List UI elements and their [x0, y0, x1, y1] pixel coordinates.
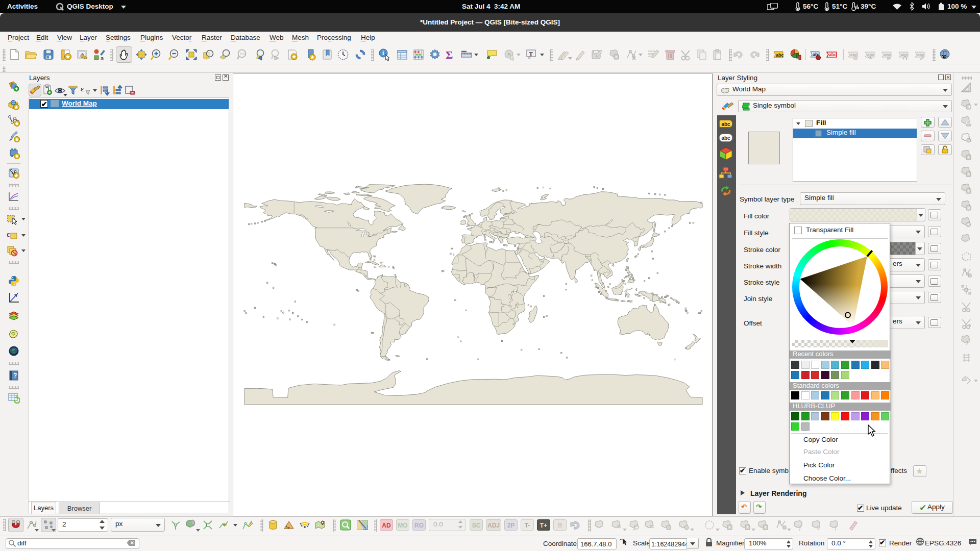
svg-text:1:1: 1:1	[240, 52, 245, 56]
svg-text:ε: ε	[7, 230, 10, 238]
svg-text:abc: abc	[776, 53, 784, 58]
svg-text:abc: abc	[867, 53, 874, 57]
svg-text:abc: abc	[917, 53, 924, 57]
svg-text:a: a	[101, 55, 104, 61]
svg-text:Σ: Σ	[446, 48, 453, 61]
svg-text:ε: ε	[81, 85, 84, 93]
svg-text:abc: abc	[884, 53, 891, 57]
svg-text:abc: abc	[829, 52, 837, 57]
svg-text:T: T	[529, 51, 533, 57]
svg-text:abc: abc	[850, 53, 857, 57]
svg-text:?: ?	[13, 372, 17, 379]
